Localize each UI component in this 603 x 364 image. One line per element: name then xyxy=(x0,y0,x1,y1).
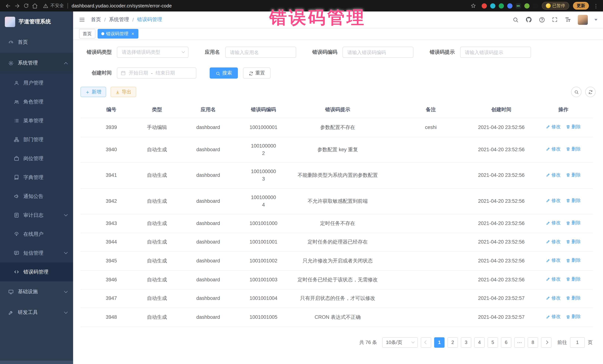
error-code-input[interactable] xyxy=(343,47,413,58)
cell-app: dashboard xyxy=(172,289,244,308)
edit-link[interactable]: 修改 xyxy=(546,123,561,131)
avatar-caret-icon[interactable] xyxy=(594,19,597,21)
extension-adblock-icon[interactable] xyxy=(481,3,487,8)
sidebar-item-dev-tools[interactable]: 研发工具 xyxy=(0,302,73,323)
sidebar-item-notice[interactable]: 通知公告 xyxy=(0,187,73,206)
home-icon[interactable] xyxy=(30,1,39,10)
help-icon[interactable] xyxy=(539,16,545,23)
breadcrumb-item-1[interactable]: 首页 xyxy=(91,16,101,23)
breadcrumb-item-2[interactable]: 系统管理 xyxy=(109,16,129,23)
log-icon xyxy=(14,212,19,218)
edit-link[interactable]: 修改 xyxy=(546,295,561,302)
extension-grasshopper-icon[interactable] xyxy=(524,3,529,8)
sidebar-item-role[interactable]: 角色管理 xyxy=(0,92,73,111)
add-button[interactable]: 新增 xyxy=(81,87,106,97)
reset-button[interactable]: 重置 xyxy=(243,67,270,78)
sidebar-item-audit-log[interactable]: 审计日志 xyxy=(0,206,73,225)
delete-link[interactable]: 删除 xyxy=(566,313,581,320)
back-icon[interactable] xyxy=(4,1,13,10)
sidebar-item-system[interactable]: 系统管理 xyxy=(0,53,73,73)
tab-close-icon[interactable] xyxy=(131,32,135,36)
sidebar-item-post[interactable]: 岗位管理 xyxy=(0,149,73,168)
profile-paused-badge[interactable]: 已暂停 xyxy=(542,2,569,10)
github-icon[interactable] xyxy=(525,16,532,23)
sidebar-item-online-user[interactable]: 在线用户 xyxy=(0,225,73,243)
hamburger-icon[interactable] xyxy=(79,16,85,23)
page-button-4[interactable]: 4 xyxy=(474,337,485,348)
goto-page-input[interactable] xyxy=(570,337,585,348)
date-range-picker[interactable]: 开始日期 - 结束日期 xyxy=(117,67,196,78)
cell-code: 1001001005 xyxy=(244,308,282,327)
reload-icon[interactable] xyxy=(22,1,30,10)
sidebar-item-menu[interactable]: 菜单管理 xyxy=(0,111,73,130)
delete-link[interactable]: 删除 xyxy=(566,146,581,153)
user-avatar[interactable] xyxy=(578,15,588,25)
table-row: 3939手动编辑dashboard1001000001参数配置不存在ceshi2… xyxy=(81,118,593,137)
header-search-icon[interactable] xyxy=(512,16,519,23)
forward-icon[interactable] xyxy=(13,1,22,10)
page-button-2[interactable]: 2 xyxy=(448,337,458,348)
edit-link[interactable]: 修改 xyxy=(546,238,561,245)
sidebar-item-user[interactable]: 用户管理 xyxy=(0,73,73,92)
page-size-select[interactable]: 10条/页 xyxy=(382,337,418,348)
bookmark-star-icon[interactable] xyxy=(469,1,478,10)
edit-link[interactable]: 修改 xyxy=(546,276,561,283)
edit-link[interactable]: 修改 xyxy=(546,313,561,320)
error-hint-input[interactable] xyxy=(460,47,531,58)
delete-link[interactable]: 删除 xyxy=(566,171,581,178)
extension-teal-icon[interactable] xyxy=(490,3,495,8)
search-button[interactable]: 搜索 xyxy=(210,67,238,78)
sidebar-item-sms[interactable]: 短信管理 xyxy=(0,243,73,263)
extension-blue-icon[interactable] xyxy=(507,3,512,8)
toggle-search-button[interactable] xyxy=(571,87,581,97)
sidebar-item-dept[interactable]: 部门管理 xyxy=(0,130,73,149)
download-icon xyxy=(116,89,120,95)
edit-link[interactable]: 修改 xyxy=(546,257,561,264)
app-title: 芋道管理系统 xyxy=(19,18,51,25)
sidebar-item-dict[interactable]: 字典管理 xyxy=(0,168,73,187)
extension-on-badge-icon[interactable]: on xyxy=(516,3,521,8)
page-button-1[interactable]: 1 xyxy=(434,337,445,348)
delete-link[interactable]: 删除 xyxy=(566,276,581,283)
delete-link[interactable]: 删除 xyxy=(566,257,581,264)
fullscreen-icon[interactable] xyxy=(552,17,558,22)
cell-code: 1001001004 xyxy=(244,289,282,308)
app-name-input[interactable] xyxy=(225,47,296,58)
error-type-select[interactable]: 请选择错误码类型 xyxy=(117,47,188,58)
address-bar-url[interactable]: dashboard.yudao.iocoder.cn/system/error-… xyxy=(72,3,172,8)
edit-link[interactable]: 修改 xyxy=(546,220,561,226)
edit-link[interactable]: 修改 xyxy=(546,197,561,204)
sidebar-item-home[interactable]: 首页 xyxy=(0,32,73,53)
extension-pin-icon[interactable] xyxy=(533,3,538,8)
delete-link[interactable]: 删除 xyxy=(566,197,581,204)
delete-link[interactable]: 删除 xyxy=(566,238,581,245)
tab-home[interactable]: 首页 xyxy=(79,29,95,39)
delete-link[interactable]: 删除 xyxy=(566,220,581,226)
extension-green-check-icon[interactable] xyxy=(499,3,504,8)
next-page-button[interactable] xyxy=(541,337,551,348)
delete-link[interactable]: 删除 xyxy=(566,295,581,302)
delete-icon xyxy=(566,277,570,282)
cell-hint: 参数配置不存在 xyxy=(282,118,393,137)
total-count: 共 76 条 xyxy=(359,339,377,346)
sidebar-item-error-code[interactable]: 错误码管理 xyxy=(0,263,73,281)
refresh-table-button[interactable] xyxy=(585,87,596,97)
sidebar-item-infra[interactable]: 基础设施 xyxy=(0,281,73,302)
page-button-5[interactable]: 5 xyxy=(487,337,498,348)
browser-menu-icon[interactable]: ⋮ xyxy=(593,3,599,9)
security-indicator[interactable]: 不安全 xyxy=(43,3,64,9)
app-logo[interactable]: 芋道管理系统 xyxy=(0,11,73,32)
page-ellipsis[interactable]: ··· xyxy=(514,337,525,348)
browser-update-button[interactable]: 更新 xyxy=(573,2,589,10)
font-size-icon[interactable] xyxy=(564,16,571,23)
delete-link[interactable]: 删除 xyxy=(566,123,581,131)
edit-link[interactable]: 修改 xyxy=(546,171,561,178)
page-button-8[interactable]: 8 xyxy=(528,337,538,348)
edit-link[interactable]: 修改 xyxy=(546,146,561,153)
export-button[interactable]: 导出 xyxy=(111,87,136,97)
delete-icon xyxy=(566,315,570,319)
page-button-6[interactable]: 6 xyxy=(501,337,511,348)
tab-error-code[interactable]: 错误码管理 xyxy=(98,29,139,39)
prev-page-button[interactable] xyxy=(421,337,431,348)
page-button-3[interactable]: 3 xyxy=(461,337,471,348)
